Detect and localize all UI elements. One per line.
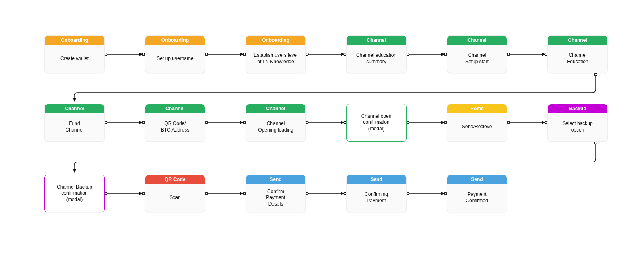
connector-port-icon (105, 121, 107, 124)
flow-diagram: OnboardingCreate walletOnboardingSet up … (0, 0, 644, 259)
flow-node-r1c2: OnboardingSet up username (145, 35, 205, 73)
node-body: Set up username (145, 45, 205, 73)
connector-port-icon (407, 53, 409, 56)
node-header: Channel (447, 36, 507, 45)
node-body: QR Code/ BTC Address (145, 113, 205, 141)
node-body: Confirming Payment (347, 184, 406, 212)
flow-node-r1c3: OnboardingEstablish users level of LN Kn… (246, 35, 306, 73)
flow-node-r1c1: OnboardingCreate wallet (44, 35, 105, 73)
connector-port-icon (507, 121, 510, 124)
flow-node-r1c4: ChannelChannel education summary (346, 35, 407, 73)
connector-port-icon (205, 121, 208, 124)
flow-node-r2c6: BackupSelect backup option (547, 104, 608, 142)
node-body: Confirm Payment Details (246, 184, 305, 212)
node-header: Channel (347, 36, 406, 45)
flow-node-r3c2: QR CodeScan (145, 175, 205, 212)
flow-node-r3c1: Channel Backup confirmation (modal) (44, 175, 105, 212)
node-body: Select backup option (548, 113, 607, 141)
flow-edge (74, 76, 596, 101)
node-body: Payment Confirmed (447, 184, 507, 212)
flow-edge (74, 144, 596, 172)
connector-port-icon (407, 192, 409, 195)
connector-port-icon (507, 53, 510, 56)
flow-node-r3c3: SendConfirm Payment Details (246, 175, 306, 212)
node-header: Channel (45, 104, 104, 113)
flow-node-r2c5: HomeSend/Recieve (447, 104, 507, 142)
node-body: Establish users level of LN Knowledge (246, 45, 305, 73)
connector-port-icon (306, 53, 308, 56)
flow-node-r1c6: ChannelChannel Education (547, 35, 608, 73)
node-body: Create wallet (45, 45, 104, 73)
node-header: Channel (246, 104, 305, 113)
node-header: Send (447, 175, 507, 184)
node-header: Send (246, 175, 305, 184)
node-body: Channel Opening loading (246, 113, 305, 141)
flow-node-r2c1: ChannelFund Channel (44, 104, 105, 142)
connector-port-icon (105, 53, 107, 56)
node-header: Home (447, 104, 507, 113)
node-body: Fund Channel (45, 113, 104, 141)
node-body: Scan (145, 184, 205, 212)
connector-port-icon (306, 192, 308, 195)
node-header: Onboarding (246, 36, 305, 45)
node-body: Channel Backup confirmation (modal) (45, 175, 104, 212)
node-body: Channel Setup start (447, 45, 507, 73)
flow-node-r2c3: ChannelChannel Opening loading (246, 104, 306, 142)
node-header: Channel (145, 104, 205, 113)
connector-port-icon (407, 121, 409, 124)
node-header: Onboarding (45, 36, 104, 45)
node-header: Onboarding (145, 36, 205, 45)
flow-node-r3c4: SendConfirming Payment (346, 175, 407, 212)
flow-node-r3c5: SendPayment Confirmed (447, 175, 507, 212)
node-header: Backup (548, 104, 607, 113)
connector-port-icon (205, 192, 208, 195)
node-header: Send (347, 175, 406, 184)
node-header: Channel (548, 36, 607, 45)
node-header: QR Code (145, 175, 205, 184)
node-body: Send/Recieve (447, 113, 507, 141)
flow-node-r1c5: ChannelChannel Setup start (447, 35, 507, 73)
connector-port-icon (205, 53, 208, 56)
flow-node-r2c2: ChannelQR Code/ BTC Address (145, 104, 205, 142)
node-body: Channel education summary (347, 45, 406, 73)
connector-port-icon (105, 192, 107, 195)
flow-node-r2c4: Channel open confirmation (modal) (346, 104, 407, 142)
node-body: Channel open confirmation (modal) (347, 104, 406, 141)
node-body: Channel Education (548, 45, 607, 73)
connector-port-icon (306, 121, 308, 124)
connector-port-icon (594, 142, 597, 144)
connector-port-icon (594, 73, 597, 76)
